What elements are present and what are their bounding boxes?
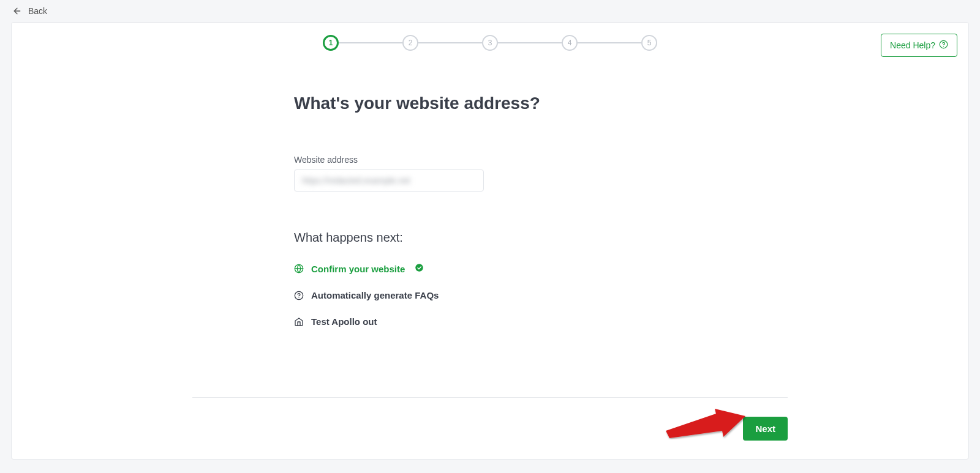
- next-step-label: Test Apollo out: [311, 316, 377, 327]
- need-help-label: Need Help?: [890, 40, 935, 50]
- back-link[interactable]: Back: [28, 6, 47, 16]
- website-address-label: Website address: [294, 155, 686, 165]
- next-step-generate-faqs: Automatically generate FAQs: [294, 290, 686, 300]
- step-connector: [498, 42, 562, 43]
- help-circle-icon: [939, 40, 948, 51]
- check-circle-icon: [415, 263, 424, 274]
- annotation-arrow-icon: [661, 401, 747, 442]
- globe-icon: [294, 264, 304, 274]
- wizard-card: Need Help? 1 2 3 4 5 What's your website…: [11, 22, 969, 460]
- arrow-left-icon[interactable]: [12, 6, 22, 16]
- progress-stepper: 1 2 3 4 5: [12, 23, 968, 51]
- step-4: 4: [562, 35, 578, 51]
- svg-marker-8: [666, 409, 745, 438]
- question-circle-icon: [294, 291, 304, 300]
- step-3: 3: [482, 35, 498, 51]
- step-connector: [578, 42, 641, 43]
- step-2: 2: [402, 35, 418, 51]
- step-1: 1: [323, 35, 339, 51]
- next-button[interactable]: Next: [743, 417, 788, 441]
- step-5: 5: [641, 35, 657, 51]
- back-bar: Back: [0, 0, 980, 22]
- next-step-confirm-website: Confirm your website: [294, 263, 686, 274]
- next-step-label: Automatically generate FAQs: [311, 290, 439, 300]
- svg-point-5: [416, 264, 424, 272]
- home-icon: [294, 317, 304, 327]
- wizard-content: What's your website address? Website add…: [294, 51, 686, 327]
- what-happens-next-heading: What happens next:: [294, 231, 686, 245]
- need-help-button[interactable]: Need Help?: [881, 34, 957, 57]
- page-heading: What's your website address?: [294, 94, 686, 113]
- step-connector: [339, 42, 402, 43]
- next-step-test-apollo: Test Apollo out: [294, 316, 686, 327]
- footer-divider: [192, 397, 788, 398]
- website-address-input[interactable]: https://redacted.example.net: [294, 169, 484, 192]
- next-step-label: Confirm your website: [311, 264, 405, 274]
- step-connector: [418, 42, 482, 43]
- website-address-value: https://redacted.example.net: [302, 176, 410, 185]
